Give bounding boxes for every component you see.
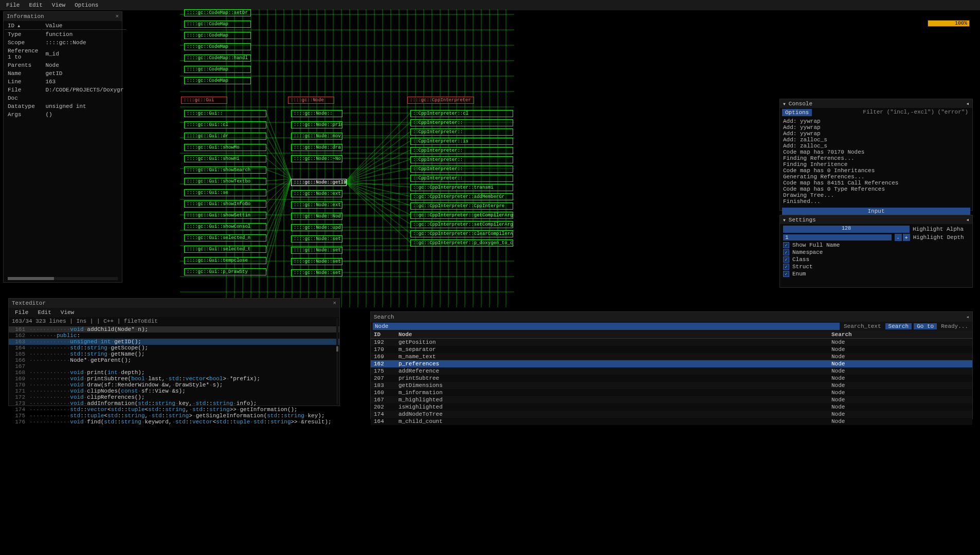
info-scrollbar[interactable] <box>8 277 118 280</box>
checkbox[interactable]: ✓ <box>783 264 789 270</box>
search-row[interactable]: 167m_highlightedNode <box>371 396 972 403</box>
search-col-id[interactable]: ID <box>371 331 395 339</box>
graph-node[interactable]: ::::gc::CodeMap <box>184 77 251 84</box>
checkbox[interactable]: ✓ <box>783 249 789 255</box>
te-scrollbar[interactable] <box>336 318 338 404</box>
console-options-button[interactable]: Options <box>782 109 812 116</box>
close-icon[interactable]: × <box>115 13 119 20</box>
te-menu-file[interactable]: File <box>11 309 32 316</box>
graph-node[interactable]: ::::gc::CodeMap <box>184 21 251 28</box>
graph-node[interactable]: ::::gc::CodeMap <box>184 32 251 39</box>
graph-node[interactable]: ::::gc::Gui:: <box>184 110 266 117</box>
menu-view[interactable]: View <box>48 1 69 9</box>
checkbox[interactable]: ✓ <box>783 256 789 263</box>
checkbox[interactable]: ✓ <box>783 271 789 277</box>
graph-node[interactable]: ::::gc::Node::set <box>291 258 342 265</box>
search-button[interactable]: Search <box>885 323 912 329</box>
graph-node[interactable]: ::::gc::Node::set <box>291 235 342 243</box>
graph-node[interactable]: ::CppInterpreter:: <box>410 147 513 154</box>
search-col-node[interactable]: Node <box>395 331 828 339</box>
search-row[interactable]: 160m_informationNode <box>371 389 972 396</box>
menu-file[interactable]: File <box>2 1 24 9</box>
graph-node[interactable]: ::CppInterpreter:: <box>410 128 513 136</box>
depth-decrement[interactable]: - <box>895 234 902 241</box>
menu-edit[interactable]: Edit <box>25 1 46 9</box>
graph-node[interactable]: ::::gc::Node::dra <box>291 144 342 151</box>
graph-node[interactable]: ::::gc::Gui <box>181 97 227 104</box>
search-row[interactable]: 202isHighlightedNode <box>371 403 972 411</box>
graph-node[interactable]: ::gc::CppInterpreter::p_doxygen_to_code_… <box>410 239 513 247</box>
graph-node[interactable]: ::gc::CppInterpreter::setCompilerArgumen… <box>410 221 513 228</box>
graph-node[interactable]: ::::gc::Gui::dr <box>184 133 266 140</box>
graph-node[interactable]: ::::gc::Node::ext <box>291 190 342 197</box>
console-input[interactable]: Input <box>782 208 970 215</box>
graph-node[interactable]: ::::gc::Node::prin <box>291 121 342 128</box>
te-code-view[interactable]: 161············void·addChild(Node*·n);16… <box>9 325 339 426</box>
highlight-depth-input[interactable]: 1 <box>783 234 892 240</box>
search-row[interactable]: 207printSubtreeNode <box>371 375 972 382</box>
graph-node[interactable]: ::::gc::Gui::showSettin <box>184 212 266 219</box>
graph-node[interactable]: ::::gc::CppInterpreter <box>407 97 474 104</box>
graph-node[interactable]: ::::gc::Gui::p_DrawSty <box>184 268 266 275</box>
goto-button[interactable]: Go to <box>914 323 937 329</box>
close-icon[interactable]: ◂ <box>966 216 969 223</box>
te-menu-edit[interactable]: Edit <box>33 309 55 316</box>
highlight-alpha-slider[interactable]: 128 <box>783 226 910 233</box>
close-icon[interactable]: ◂ <box>966 100 969 107</box>
graph-node[interactable]: ::::gc::Node::upd <box>291 224 342 231</box>
graph-node[interactable]: ::::gc::Gui::showSearch <box>184 166 266 174</box>
graph-node[interactable]: ::::gc::Gui::showMo <box>184 144 266 151</box>
graph-node[interactable]: ::::gc::Gui::showHi <box>184 155 266 162</box>
close-icon[interactable]: ◂ <box>966 313 969 320</box>
graph-node[interactable]: ::::gc::Node::mov <box>291 133 342 140</box>
graph-node[interactable]: ::::gc::Node::set <box>291 247 342 254</box>
search-row[interactable]: 169m_name_textNode <box>371 353 972 360</box>
graph-node[interactable]: ::::gc::Node::getID <box>291 179 347 186</box>
graph-node[interactable]: ::::gc::Gui::tempclose <box>184 257 266 264</box>
search-row[interactable]: 183getDimensionsNode <box>371 382 972 389</box>
checkbox[interactable]: ✓ <box>783 242 789 248</box>
graph-node[interactable]: ::CppInterpreter::cl <box>410 110 513 117</box>
search-row[interactable]: 170m_separatorNode <box>371 346 972 353</box>
graph-node[interactable]: ::::gc::Gui::se <box>184 189 266 196</box>
console-collapse-icon[interactable] <box>783 101 786 107</box>
graph-node[interactable]: ::::gc::Node::ext <box>291 201 342 209</box>
graph-node[interactable]: ::::gc::Gui::showTextbo <box>184 178 266 185</box>
graph-node[interactable]: ::CppInterpreter:: <box>410 119 513 126</box>
graph-node[interactable]: ::::gc::Gui::selected_n <box>184 234 266 242</box>
graph-node[interactable]: ::::gc::Gui::showInfoBo <box>184 200 266 208</box>
info-header-value[interactable]: Value <box>42 22 126 30</box>
graph-node[interactable]: ::::gc::Gui::showConsol <box>184 223 266 230</box>
graph-node[interactable]: ::::gc::Node:: <box>291 110 342 117</box>
graph-node[interactable]: ::::gc::Node::Nod <box>291 213 342 220</box>
graph-node[interactable]: ::::gc::Gui::cl <box>184 121 266 128</box>
graph-node[interactable]: ::CppInterpreter::is <box>410 138 513 145</box>
close-icon[interactable]: × <box>333 300 336 306</box>
graph-node[interactable]: ::gc::CppInterpreter::clearCompilerArgum… <box>410 230 513 237</box>
search-row[interactable]: 192getPositionNode <box>371 339 972 346</box>
search-row[interactable]: 174addNodeToTreeNode <box>371 411 972 418</box>
graph-node[interactable]: ::::gc::Gui::selected_t <box>184 246 266 253</box>
graph-node[interactable]: ::::gc::CodeMap::setDr <box>184 9 251 16</box>
graph-node[interactable]: ::CppInterpreter:: <box>410 165 513 173</box>
depth-increment[interactable]: + <box>903 234 910 241</box>
graph-node[interactable]: ::CppInterpreter:: <box>410 175 513 182</box>
search-row[interactable]: 164m_child_countNode <box>371 418 972 425</box>
search-col-search[interactable]: Search <box>828 331 972 339</box>
search-input[interactable] <box>373 323 840 330</box>
graph-node[interactable]: ::gc::CppInterpreter::transmi <box>410 184 513 191</box>
graph-node[interactable]: ::::gc::Node <box>288 97 334 104</box>
search-row[interactable]: 175addReferenceNode <box>371 367 972 375</box>
search-row[interactable]: 162p_referencesNode <box>371 360 972 367</box>
graph-node[interactable]: ::::gc::CodeMap::handl <box>184 54 251 62</box>
te-menu-view[interactable]: View <box>57 309 78 316</box>
graph-node[interactable]: ::::gc::Node::~No <box>291 155 342 162</box>
graph-node[interactable]: ::::gc::CodeMap <box>184 66 251 73</box>
menu-options[interactable]: Options <box>70 1 102 9</box>
graph-node[interactable]: ::gc::CppInterpreter::CppInterpre <box>410 202 513 210</box>
graph-node[interactable]: ::::gc::Node::set <box>291 269 342 276</box>
graph-node[interactable]: ::CppInterpreter:: <box>410 156 513 163</box>
graph-node[interactable]: ::::gc::CodeMap <box>184 43 251 50</box>
info-header-id[interactable]: ID <box>5 22 41 30</box>
graph-node[interactable]: ::gc::CppInterpreter::addMemberGr <box>410 193 513 200</box>
